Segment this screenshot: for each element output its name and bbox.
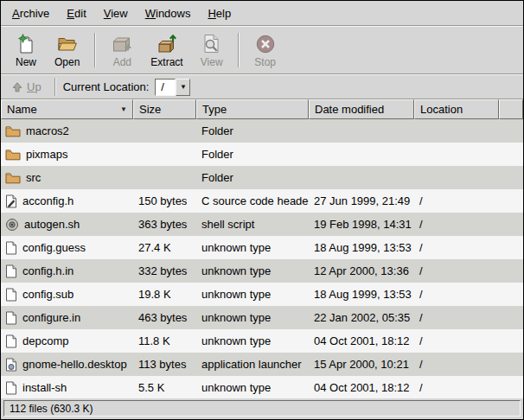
cell-name: config.h.in (1, 259, 133, 283)
column-header-type[interactable]: Type (196, 99, 309, 119)
cell-filler (499, 283, 523, 306)
file-name: autogen.sh (24, 218, 80, 231)
statusbar: 112 files (630.3 K) (1, 398, 523, 419)
file-name: install-sh (22, 381, 67, 394)
cell-location: / (414, 213, 499, 236)
file-row-config.sub[interactable]: config.sub19.8 Kunknown type18 Aug 1999,… (1, 283, 523, 306)
cell-size: 463 bytes (133, 306, 196, 329)
cell-name: pixmaps (1, 143, 133, 166)
current-location-label: Current Location: (63, 80, 150, 93)
cell-location (414, 119, 499, 143)
add-files-icon (112, 34, 132, 54)
cell-name: depcomp (1, 329, 133, 353)
cell-name: gnome-hello.desktop (1, 353, 133, 376)
open-archive-icon (57, 34, 78, 54)
cell-filler (499, 306, 523, 329)
file-name: config.sub (22, 288, 73, 301)
file-row-install-sh[interactable]: install-sh5.5 Kunknown type04 Oct 2001, … (1, 376, 523, 398)
cell-filler (499, 329, 523, 353)
archive-manager-window: ArchiveEditViewWindowsHelp NewOpenAddExt… (0, 0, 524, 420)
location-combo-value[interactable]: / (155, 79, 176, 96)
file-row-pixmaps[interactable]: pixmapsFolder (1, 143, 523, 166)
cell-size (133, 119, 196, 143)
cell-name: autogen.sh (1, 213, 133, 236)
toolbar: NewOpenAddExtractViewStop (1, 27, 523, 73)
file-row-src[interactable]: srcFolder (1, 166, 523, 189)
view-button[interactable]: View (192, 29, 232, 72)
cell-location: / (414, 306, 499, 329)
source-icon (5, 194, 17, 208)
new-button[interactable]: New (6, 29, 46, 72)
cell-name: configure.in (1, 306, 133, 329)
cell-type: unknown type (196, 236, 309, 259)
cell-date-modified: 22 Jan 2002, 05:35 (309, 306, 414, 329)
folder-icon (5, 171, 21, 185)
cell-filler (499, 143, 523, 166)
cell-type: unknown type (196, 376, 309, 398)
file-row-config.h.in[interactable]: config.h.in332 bytesunknown type12 Apr 2… (1, 259, 523, 283)
cell-size: 332 bytes (133, 259, 196, 283)
extract-button[interactable]: Extract (142, 29, 191, 72)
menu-help[interactable]: Help (200, 3, 239, 23)
statusbar-panel: 112 files (630.3 K) (3, 400, 521, 417)
cell-type: unknown type (196, 306, 309, 329)
toolbar-button-label: Add (113, 56, 131, 68)
cell-type: Folder (196, 119, 309, 143)
menu-windows[interactable]: Windows (137, 3, 199, 23)
column-header-label: Date modified (315, 103, 384, 116)
up-button-label: Up (27, 80, 42, 93)
file-row-acconfig.h[interactable]: acconfig.h150 bytesC source code header2… (1, 189, 523, 213)
cell-type: unknown type (196, 259, 309, 283)
column-header-label: Name (7, 103, 37, 116)
cell-name: config.guess (1, 236, 133, 259)
file-name: config.h.in (22, 264, 73, 277)
cell-type: shell script (196, 213, 309, 236)
cell-size: 363 bytes (133, 213, 196, 236)
open-button[interactable]: Open (46, 29, 88, 72)
cell-filler (499, 236, 523, 259)
cell-size (133, 143, 196, 166)
location-combo[interactable]: / ▼ (155, 79, 190, 96)
column-header-label: Location (420, 103, 463, 116)
column-header-label: Size (139, 103, 161, 116)
file-row-gnome-hello.desktop[interactable]: gnome-hello.desktop113 bytesapplication … (1, 353, 523, 376)
document-icon (5, 288, 17, 302)
location-bar: Up Current Location: / ▼ (1, 75, 523, 99)
cell-size: 11.8 K (133, 329, 196, 353)
cell-type: Folder (196, 143, 309, 166)
cell-size: 113 bytes (133, 353, 196, 376)
cell-size: 5.5 K (133, 376, 196, 398)
sort-arrow-icon[interactable]: ▼ (117, 105, 127, 113)
column-header-label: Type (202, 103, 227, 116)
menu-archive[interactable]: Archive (4, 3, 57, 23)
cell-filler (499, 259, 523, 283)
column-header-date-modified[interactable]: Date modified (309, 99, 414, 119)
menu-edit[interactable]: Edit (59, 3, 93, 23)
location-combo-button[interactable]: ▼ (176, 79, 190, 96)
toolbar-button-label: Open (54, 56, 80, 68)
column-header-location[interactable]: Location (414, 99, 499, 119)
cell-date-modified: 27 Jun 1999, 21:49 (309, 189, 414, 213)
file-row-configure.in[interactable]: configure.in463 bytesunknown type22 Jan … (1, 306, 523, 329)
cell-filler (499, 189, 523, 213)
file-row-macros2[interactable]: macros2Folder (1, 119, 523, 143)
file-row-config.guess[interactable]: config.guess27.4 Kunknown type18 Aug 199… (1, 236, 523, 259)
menu-view[interactable]: View (96, 3, 136, 23)
view-file-icon (201, 34, 222, 54)
folder-icon (5, 148, 21, 162)
file-name: pixmaps (26, 148, 67, 161)
cell-location: / (414, 189, 499, 213)
add-button[interactable]: Add (102, 29, 142, 72)
toolbar-button-label: New (16, 56, 36, 68)
toolbar-button-label: Extract (150, 56, 182, 68)
file-row-depcomp[interactable]: depcomp11.8 Kunknown type04 Oct 2001, 18… (1, 329, 523, 353)
column-header-size[interactable]: Size (133, 99, 196, 119)
toolbar-button-label: View (201, 56, 223, 68)
cell-type: unknown type (196, 329, 309, 353)
stop-button[interactable]: Stop (246, 29, 285, 72)
cell-type: C source code header (196, 189, 309, 213)
column-header-name[interactable]: Name▼ (1, 99, 133, 119)
cell-size: 27.4 K (133, 236, 196, 259)
file-row-autogen.sh[interactable]: autogen.sh363 bytesshell script19 Feb 19… (1, 213, 523, 236)
up-button[interactable]: Up (5, 78, 48, 96)
